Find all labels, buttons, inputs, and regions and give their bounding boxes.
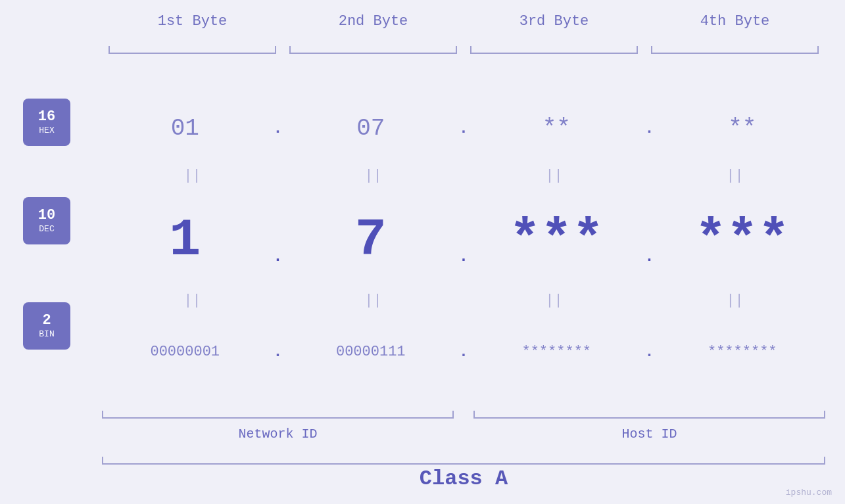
- hex-badge: 16 HEX: [23, 99, 70, 146]
- bin-dot-3: .: [640, 343, 660, 361]
- bin-value-4: ********: [660, 344, 826, 360]
- main-grid: 01 . 07 . ** . ** || || || || 1 . 7 . **…: [102, 66, 825, 465]
- full-bottom-bracket: [102, 451, 825, 465]
- byte-header-2: 2nd Byte: [283, 13, 464, 30]
- bin-badge-number: 2: [42, 312, 51, 329]
- bottom-brackets: [102, 405, 825, 419]
- byte-header-4: 4th Byte: [644, 13, 825, 30]
- dec-value-1: 1: [102, 210, 268, 270]
- equals-1-4: ||: [644, 168, 825, 184]
- dec-value-3: ***: [473, 210, 640, 270]
- dec-dot-2: .: [454, 215, 473, 265]
- equals-row-1: || || || ||: [102, 168, 825, 184]
- byte-header-1: 1st Byte: [102, 13, 283, 30]
- id-labels: Network ID Host ID: [102, 426, 825, 442]
- bin-row: 00000001 . 00000111 . ******** . *******…: [102, 322, 825, 381]
- equals-2-3: ||: [464, 292, 644, 309]
- bin-badge-label: BIN: [39, 329, 54, 340]
- hex-dot-2: .: [454, 120, 473, 137]
- hex-dot-3: .: [640, 120, 660, 137]
- equals-2-4: ||: [644, 292, 825, 309]
- bin-badge: 2 BIN: [23, 302, 70, 350]
- watermark: ipshu.com: [786, 488, 832, 497]
- bracket-1: [109, 46, 276, 59]
- bin-dot-1: .: [268, 343, 288, 361]
- dec-value-4: ***: [660, 210, 826, 270]
- dec-badge-label: DEC: [39, 224, 54, 235]
- dec-dot-1: .: [268, 215, 288, 265]
- equals-2-1: ||: [102, 292, 283, 309]
- bin-value-1: 00000001: [102, 344, 268, 360]
- dec-dot-3: .: [640, 215, 660, 265]
- class-a-label: Class A: [102, 467, 825, 491]
- dec-value-2: 7: [288, 210, 454, 270]
- main-container: 1st Byte 2nd Byte 3rd Byte 4th Byte 16 H…: [0, 0, 845, 504]
- bin-value-3: ********: [473, 344, 640, 360]
- byte-header-3: 3rd Byte: [464, 13, 644, 30]
- hex-value-1: 01: [102, 115, 268, 142]
- bracket-4: [651, 46, 819, 59]
- equals-row-2: || || || ||: [102, 292, 825, 309]
- hex-value-4: **: [660, 115, 826, 142]
- network-id-bracket: [102, 405, 454, 419]
- equals-1-3: ||: [464, 168, 644, 184]
- bracket-2: [289, 46, 457, 59]
- hex-value-2: 07: [288, 115, 454, 142]
- host-id-label: Host ID: [473, 426, 825, 442]
- hex-value-3: **: [473, 115, 640, 142]
- bin-dot-2: .: [454, 343, 473, 361]
- dec-row: 1 . 7 . *** . ***: [102, 197, 825, 283]
- equals-2-2: ||: [283, 292, 464, 309]
- dec-badge: 10 DEC: [23, 197, 70, 244]
- dec-badge-number: 10: [38, 207, 55, 224]
- equals-1-2: ||: [283, 168, 464, 184]
- hex-row: 01 . 07 . ** . **: [102, 92, 825, 164]
- equals-1-1: ||: [102, 168, 283, 184]
- bracket-3: [470, 46, 638, 59]
- byte-headers: 1st Byte 2nd Byte 3rd Byte 4th Byte: [102, 13, 825, 30]
- hex-badge-label: HEX: [39, 126, 54, 136]
- host-id-bracket: [473, 405, 825, 419]
- top-brackets: [102, 46, 825, 59]
- hex-badge-number: 16: [38, 108, 55, 126]
- bin-value-2: 00000111: [288, 344, 454, 360]
- hex-dot-1: .: [268, 120, 288, 137]
- network-id-label: Network ID: [102, 426, 454, 442]
